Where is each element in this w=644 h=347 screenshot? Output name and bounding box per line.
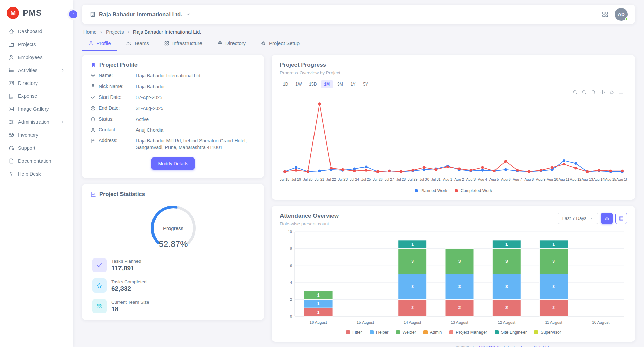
x-axis-label: 15 August	[357, 320, 374, 325]
field-value: Anuj Chordia	[136, 127, 255, 133]
sidebar-item-image-gallery[interactable]: Image Gallery	[4, 103, 69, 115]
legend-label: Welder	[402, 330, 416, 335]
data-point	[516, 169, 519, 172]
tab-profile[interactable]: Profile	[82, 36, 117, 51]
x-axis-label: Jul 29	[408, 177, 417, 181]
legend-item-helper[interactable]: Helper	[370, 330, 389, 335]
stat-item-tasks-completed: Tasks Completed 62,332	[92, 278, 255, 293]
data-point	[400, 170, 402, 173]
data-point	[435, 168, 437, 171]
sidebar-item-help-desk[interactable]: Help Desk	[4, 168, 69, 180]
data-point	[504, 160, 507, 163]
field-value: 31-Aug-2025	[136, 105, 255, 112]
tab-label: Profile	[96, 40, 111, 46]
sidebar-item-projects[interactable]: Projects	[4, 38, 69, 50]
company-selector[interactable]: Raja Bahadur International Ltd.	[90, 11, 191, 18]
field-value: Raja Bahadur International Ltd.	[136, 73, 255, 79]
menu-button[interactable]	[618, 90, 624, 95]
receipt-icon	[8, 93, 14, 99]
breadcrumb-item[interactable]: Home	[83, 29, 97, 35]
chevron-right-icon	[60, 120, 65, 124]
legend-item-site-engineer[interactable]: Site Engineer	[495, 330, 527, 335]
sidebar-item-label: Administration	[18, 119, 49, 125]
app-logo[interactable]: M PMS	[0, 0, 73, 25]
bar-value-label: 3	[458, 284, 461, 289]
avatar[interactable]: AD	[615, 8, 628, 21]
table-view-toggle[interactable]	[615, 213, 627, 224]
legend-item-fitter[interactable]: Fitter	[346, 330, 362, 335]
breadcrumb-item[interactable]: Projects	[106, 29, 124, 35]
sidebar-item-inventory[interactable]: Inventory	[4, 129, 69, 141]
x-axis-label: Aug 5	[489, 177, 499, 181]
profile-field-name: Name: Raja Bahadur International Ltd.	[90, 73, 256, 79]
footer-link[interactable]: MARCO AIoT Technologies Pvt. Ltd.	[479, 345, 550, 347]
x-axis-label: Jul 31	[431, 177, 441, 181]
sidebar-item-expense[interactable]: Expense	[4, 90, 69, 102]
zoom-in-button[interactable]	[573, 90, 578, 95]
x-circle-icon	[90, 106, 96, 111]
chevron-down-icon	[590, 216, 594, 221]
bar-value-label: 1	[317, 293, 320, 298]
x-axis-label: 14 August	[404, 320, 421, 325]
card-title: Project Progress	[280, 62, 627, 69]
project-progress-chart[interactable]: Jul 18Jul 19Jul 20Jul 21Jul 22Jul 23Jul …	[280, 95, 627, 187]
zoom-out-button[interactable]	[582, 90, 587, 95]
range-15d-button[interactable]: 15D	[306, 80, 320, 88]
company-name: Raja Bahadur International Ltd.	[99, 11, 182, 18]
card-subtitle: Role-wise present count	[280, 221, 339, 226]
bar-value-label: 3	[411, 284, 414, 289]
x-axis-label: 10 August	[592, 320, 610, 325]
tab-directory[interactable]: Directory	[211, 36, 252, 51]
legend-item-supervisor[interactable]: Supervisor	[534, 330, 561, 335]
chart-toolbar	[280, 90, 624, 95]
range-1d-button[interactable]: 1D	[280, 80, 291, 88]
x-axis-label: Aug 1	[443, 177, 452, 181]
data-point	[376, 170, 379, 173]
legend-label: Site Engineer	[501, 330, 527, 335]
sidebar-collapse-button[interactable]	[69, 10, 77, 18]
legend-item-welder[interactable]: Welder	[396, 330, 416, 335]
pan-button[interactable]	[600, 90, 605, 95]
sidebar-item-directory[interactable]: Directory	[4, 77, 69, 89]
bar-view-toggle[interactable]	[601, 213, 613, 224]
field-label: Address:	[99, 138, 133, 143]
legend-item-completed-work[interactable]: Completed Work	[455, 188, 492, 193]
date-range-select[interactable]: Last 7 Days	[558, 213, 598, 224]
data-point	[563, 159, 565, 162]
date-range-value: Last 7 Days	[562, 216, 586, 221]
range-5y-button[interactable]: 5Y	[360, 80, 371, 88]
data-point	[295, 169, 297, 172]
data-point	[469, 169, 472, 172]
x-axis-label: Aug 4	[478, 177, 487, 181]
tab-project-setup[interactable]: Project Setup	[255, 36, 306, 51]
legend-label: Supervisor	[541, 330, 561, 335]
sidebar-item-dashboard[interactable]: Dashboard	[4, 25, 69, 37]
tab-bar: Profile Teams Infrastructure Directory P…	[82, 36, 635, 51]
sidebar-item-employees[interactable]: Employees	[4, 51, 69, 63]
data-point	[318, 102, 321, 105]
bar-value-label: 2	[505, 305, 508, 310]
sidebar-item-documentation[interactable]: Documentation	[4, 155, 69, 167]
apps-menu-button[interactable]	[602, 11, 609, 18]
magnifier-button[interactable]	[591, 90, 596, 95]
x-axis-label: 13 August	[451, 320, 468, 325]
sidebar-item-administration[interactable]: Administration	[4, 116, 69, 128]
legend-item-admin[interactable]: Admin	[423, 330, 442, 335]
range-1w-button[interactable]: 1W	[292, 80, 305, 88]
range-3m-button[interactable]: 3M	[334, 80, 346, 88]
range-1y-button[interactable]: 1Y	[348, 80, 359, 88]
bar-value-label: 1	[552, 242, 555, 247]
sidebar-item-activities[interactable]: Activities	[4, 64, 69, 76]
legend-item-project-manager[interactable]: Project Manager	[449, 330, 487, 335]
box-icon	[8, 132, 14, 138]
legend-item-planned-work[interactable]: Planned Work	[415, 188, 447, 193]
house-button[interactable]	[609, 90, 614, 95]
sidebar-item-support[interactable]: Support	[4, 142, 69, 154]
x-axis-label: Jul 30	[419, 177, 429, 181]
modify-details-button[interactable]: Modify Details	[151, 157, 195, 170]
tab-infrastructure[interactable]: Infrastructure	[158, 36, 208, 51]
tab-teams[interactable]: Teams	[120, 36, 155, 51]
range-1m-button[interactable]: 1M	[321, 80, 333, 88]
project-profile-card: Project Profile Name: Raja Bahadur Inter…	[82, 55, 264, 178]
bar-value-label: 1	[317, 310, 320, 315]
